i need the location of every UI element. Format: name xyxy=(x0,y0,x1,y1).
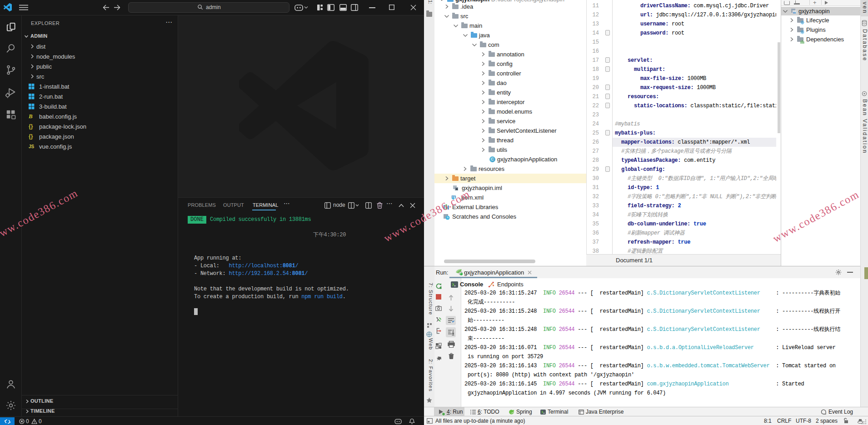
svg-text:m: m xyxy=(793,10,796,15)
